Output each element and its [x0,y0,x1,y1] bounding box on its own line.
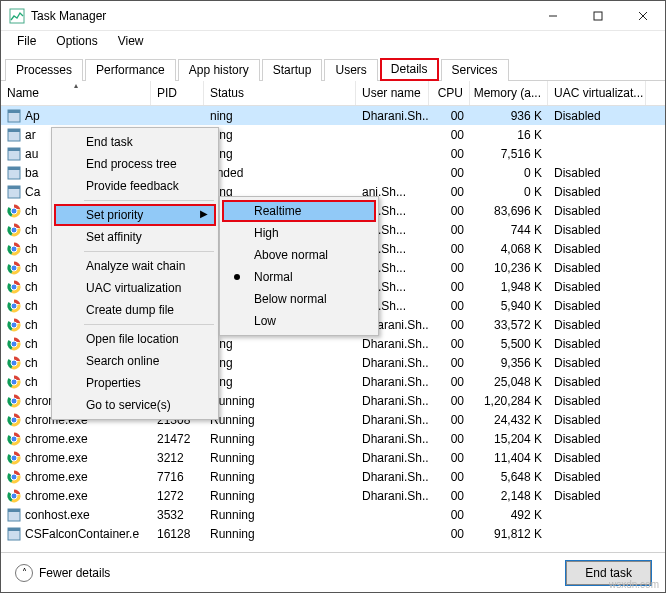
menu-view[interactable]: View [110,32,152,50]
process-name: ch [25,356,38,370]
col-cpu[interactable]: CPU [429,81,470,105]
process-name: ch [25,280,38,294]
process-icon [7,451,21,465]
process-pid: 16128 [151,524,204,543]
svg-point-20 [11,246,17,252]
table-row[interactable]: chrome.exe21472RunningDharani.Sh...0015,… [1,429,665,448]
process-icon [7,299,21,313]
menu-bar: File Options View [1,31,665,51]
process-name: ar [25,128,36,142]
process-cpu: 00 [429,296,470,315]
process-cpu: 00 [429,163,470,182]
process-name: conhost.exe [25,508,90,522]
process-cpu: 00 [429,239,470,258]
priority-below-normal[interactable]: Below normal [222,288,376,310]
svg-rect-2 [594,12,602,20]
table-row[interactable]: conhost.exe3532Running00492 K [1,505,665,524]
process-uac: Disabled [548,372,646,391]
process-name: Ca [25,185,40,199]
process-memory: 4,068 K [470,239,548,258]
ctx-set-priority[interactable]: Set priority ▶ [54,204,216,226]
process-name: CSFalconContainer.e [25,527,139,541]
process-icon [7,242,21,256]
col-uac[interactable]: UAC virtualizat... [548,81,646,105]
tab-app-history[interactable]: App history [178,59,260,81]
process-memory: 0 K [470,182,548,201]
priority-realtime[interactable]: Realtime [222,200,376,222]
svg-point-24 [11,284,17,290]
tab-processes[interactable]: Processes [5,59,83,81]
ctx-end-task[interactable]: End task [54,131,216,153]
process-name: ch [25,318,38,332]
process-user: Dharani.Sh... [356,486,429,505]
process-memory: 0 K [470,163,548,182]
svg-point-42 [11,455,17,461]
window-controls [530,1,665,30]
ctx-separator [84,200,214,201]
process-user [356,505,429,524]
ctx-open-file-location[interactable]: Open file location [54,328,216,350]
process-icon [7,394,21,408]
process-icon [7,356,21,370]
process-name: ch [25,223,38,237]
ctx-search-online[interactable]: Search online [54,350,216,372]
maximize-button[interactable] [575,1,620,31]
tab-details[interactable]: Details [380,58,439,81]
process-uac: Disabled [548,467,646,486]
process-cpu: 00 [429,201,470,220]
process-uac: Disabled [548,448,646,467]
table-row[interactable]: chrome.exe7716RunningDharani.Sh...005,64… [1,467,665,486]
table-row[interactable]: chrome.exe3212RunningDharani.Sh...0011,4… [1,448,665,467]
col-name[interactable]: Name ▴ [1,81,151,105]
tab-services[interactable]: Services [441,59,509,81]
ctx-analyze-wait-chain[interactable]: Analyze wait chain [54,255,216,277]
table-row[interactable]: ApningDharani.Sh...00936 KDisabled [1,106,665,125]
col-user[interactable]: User name [356,81,429,105]
tab-performance[interactable]: Performance [85,59,176,81]
process-user: Dharani.Sh... [356,410,429,429]
fewer-details-button[interactable]: ˄ Fewer details [15,564,110,582]
process-icon [7,261,21,275]
process-icon [7,413,21,427]
ctx-provide-feedback[interactable]: Provide feedback [54,175,216,197]
minimize-button[interactable] [530,1,575,31]
priority-above-normal[interactable]: Above normal [222,244,376,266]
table-row[interactable]: chrome.exe1272RunningDharani.Sh...002,14… [1,486,665,505]
ctx-properties[interactable]: Properties [54,372,216,394]
ctx-create-dump-file[interactable]: Create dump file [54,299,216,321]
process-memory: 1,20,284 K [470,391,548,410]
priority-low[interactable]: Low [222,310,376,332]
close-button[interactable] [620,1,665,31]
process-icon [7,147,21,161]
table-header: Name ▴ PID Status User name CPU Memory (… [1,81,665,106]
tab-startup[interactable]: Startup [262,59,323,81]
process-cpu: 00 [429,505,470,524]
col-memory[interactable]: Memory (a... [470,81,548,105]
table-row[interactable]: CSFalconContainer.e16128Running0091,812 … [1,524,665,543]
svg-point-18 [11,227,17,233]
process-memory: 1,948 K [470,277,548,296]
current-priority-indicator-icon [234,274,240,280]
process-icon [7,166,21,180]
col-status[interactable]: Status [204,81,356,105]
fewer-details-label: Fewer details [39,566,110,580]
menu-options[interactable]: Options [48,32,105,50]
ctx-set-affinity[interactable]: Set affinity [54,226,216,248]
submenu-arrow-icon: ▶ [200,208,208,219]
tab-users[interactable]: Users [324,59,377,81]
process-cpu: 00 [429,106,470,125]
process-uac: Disabled [548,296,646,315]
ctx-end-process-tree[interactable]: End process tree [54,153,216,175]
ctx-uac-virtualization[interactable]: UAC virtualization [54,277,216,299]
ctx-go-to-services[interactable]: Go to service(s) [54,394,216,416]
process-status: ning [204,125,356,144]
process-uac: Disabled [548,220,646,239]
menu-file[interactable]: File [9,32,44,50]
process-cpu: 00 [429,353,470,372]
process-uac: Disabled [548,486,646,505]
process-uac: Disabled [548,163,646,182]
priority-high[interactable]: High [222,222,376,244]
process-memory: 25,048 K [470,372,548,391]
priority-normal[interactable]: Normal [222,266,376,288]
col-pid[interactable]: PID [151,81,204,105]
